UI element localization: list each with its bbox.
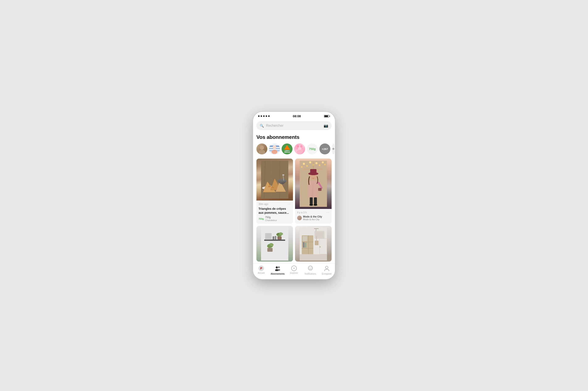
svg-rect-69 [302,248,313,249]
subscription-avatar-fashion[interactable] [269,143,280,154]
source-account-sub: Mode & the City [303,218,322,221]
pin-image-fashion [295,159,332,209]
svg-point-35 [319,165,320,166]
pin-image-plants [256,226,293,262]
section-title: Vos abonnements [256,134,332,140]
svg-point-85 [278,269,280,271]
svg-point-29 [309,161,311,163]
pin-meta-crepes: 30m ago ··· Triangles de crêpes aux pomm… [256,200,293,224]
pin-image-room [295,226,332,262]
svg-rect-70 [308,235,309,254]
svg-point-10 [300,145,302,148]
subscription-avatar-750g[interactable]: 750g [307,143,318,154]
search-icon: 🔍 [260,124,264,128]
svg-point-33 [306,165,308,167]
subscriptions-row: LEROYMERLIN [256,143,332,154]
nav-label-notifications: Notifications [305,273,316,275]
svg-point-88 [310,268,311,268]
chat-icon [308,266,313,272]
battery-icon [324,115,330,117]
svg-rect-55 [273,236,274,240]
pin-card-room[interactable] [295,226,332,262]
search-placeholder: Rechercher [266,124,321,127]
nav-item-explorer[interactable]: ✦ Explorer [286,266,302,275]
svg-point-28 [303,163,305,165]
status-bar: 08:08 [253,112,335,119]
signal-dots [258,115,270,117]
more-options-icon[interactable]: ··· [288,202,291,206]
subscription-avatar-leroy[interactable]: LEROYMERLIN [282,143,293,154]
pin-card-crepes[interactable]: 30m ago ··· Triangles de crêpes aux pomm… [256,159,293,224]
svg-rect-47 [314,197,317,205]
content-area: Vos abonnements [253,133,335,263]
phone-frame: 08:08 🔍 Rechercher 📷 Vos abonnements [253,112,335,279]
svg-rect-56 [275,236,276,240]
svg-point-48 [309,204,313,206]
source-tag-750g: 750g [259,217,264,220]
svg-rect-76 [320,238,327,254]
svg-rect-73 [305,243,306,248]
subscription-avatar-count[interactable]: +267 [319,143,330,154]
svg-point-82 [276,266,278,269]
svg-point-12 [301,147,303,150]
pin-image-food [256,159,293,200]
pin-title-crepes: Triangles de crêpes aux pommes, sauce... [259,207,291,214]
pin-source-name: 750g Chandeleur [265,216,277,222]
compass-icon: ✦ [291,266,297,271]
pinterest-icon: P [259,266,264,271]
camera-icon[interactable]: 📷 [324,123,328,128]
add-subscription-button[interactable]: + [332,143,335,154]
svg-rect-79 [315,241,318,245]
svg-rect-57 [278,236,282,240]
more-options-icon-2[interactable]: ··· [326,211,329,214]
svg-point-77 [319,246,321,248]
svg-point-11 [296,147,298,150]
search-bar-area: 🔍 Rechercher 📷 [253,119,335,133]
svg-point-87 [309,268,310,268]
people-icon [275,266,280,272]
pin-source-crepes: 750g 750g Chandeleur [259,216,291,222]
source-account-name: Mode & the City [303,215,322,218]
svg-rect-61 [267,248,273,252]
subscription-avatar-flowers[interactable] [294,143,305,154]
svg-rect-52 [264,240,285,241]
person-icon [324,266,329,272]
nav-label-explorer: Explorer [290,272,298,274]
pin-source-fashion: Mode & the City Mode & the City [297,215,329,221]
svg-rect-71 [302,236,307,241]
nav-item-notifications[interactable]: Notifications [302,266,318,275]
pin-meta-fashion: Il y a 3 h ··· Mode & the City Mode & th… [295,209,332,223]
search-bar[interactable]: 🔍 Rechercher 📷 [256,121,332,130]
pin-card-plants[interactable] [256,226,293,262]
svg-point-32 [301,166,302,168]
svg-point-49 [313,204,317,206]
svg-point-31 [322,161,324,163]
nav-item-abonnements[interactable]: Abonnements [270,266,286,275]
svg-point-26 [282,174,284,176]
svg-point-1 [259,150,265,154]
pins-grid: 30m ago ··· Triangles de crêpes aux pomm… [256,159,332,261]
svg-point-6 [273,145,276,149]
pin-time-crepes: 30m ago ··· [259,202,291,206]
svg-point-13 [297,150,302,154]
status-time: 08:08 [293,114,301,118]
svg-point-90 [325,266,328,269]
svg-point-7 [272,150,278,154]
svg-rect-46 [310,197,313,205]
svg-rect-50 [318,188,321,191]
nav-item-enregistre[interactable]: Enregistré [318,266,335,275]
svg-point-89 [311,268,312,268]
svg-point-36 [324,164,326,165]
svg-rect-72 [303,242,304,248]
svg-rect-66 [300,254,327,261]
nav-label-abonnements: Abonnements [271,273,285,275]
pin-time-fashion: Il y a 3 h ··· [297,211,329,214]
svg-rect-68 [302,242,313,242]
pin-card-fashion[interactable]: Il y a 3 h ··· Mode & the City Mode & th… [295,159,332,224]
svg-point-9 [297,145,299,148]
bottom-nav: P Accueil Abonnements ✦ Explorer [253,263,335,279]
nav-item-accueil[interactable]: P Accueil [253,266,270,275]
subscription-avatar-person[interactable] [256,143,267,154]
svg-point-30 [315,162,317,164]
svg-point-24 [278,179,287,182]
